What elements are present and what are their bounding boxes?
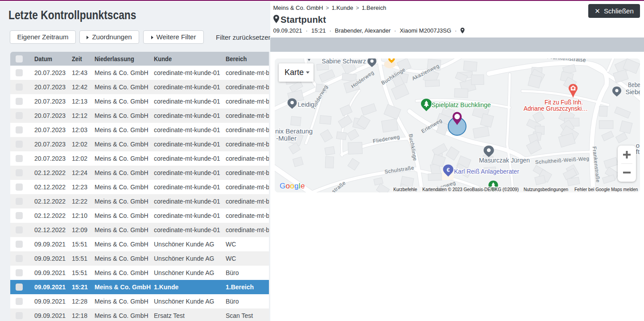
svg-text:Sieber: Sieber — [626, 88, 640, 96]
svg-text:Karl Reiß Anlageberater: Karl Reiß Anlageberater — [454, 167, 519, 175]
svg-text:Leidig: Leidig — [298, 100, 314, 108]
svg-text:-Müller: -Müller — [276, 134, 297, 142]
svg-text:Bebe: Bebe — [628, 81, 640, 88]
svg-text:Adriane Gruszczynski…: Adriane Gruszczynski… — [524, 105, 588, 112]
svg-text:Sabine Schwarz: Sabine Schwarz — [322, 58, 366, 65]
svg-text:ft: ft — [636, 148, 640, 155]
svg-text:€: € — [446, 167, 450, 173]
svg-text:nix Beratung: nix Beratung — [275, 127, 313, 135]
svg-text:Spielplatz Buchklinge: Spielplatz Buchklinge — [432, 101, 491, 108]
svg-text:Masurczak Jürgen: Masurczak Jürgen — [479, 156, 530, 164]
